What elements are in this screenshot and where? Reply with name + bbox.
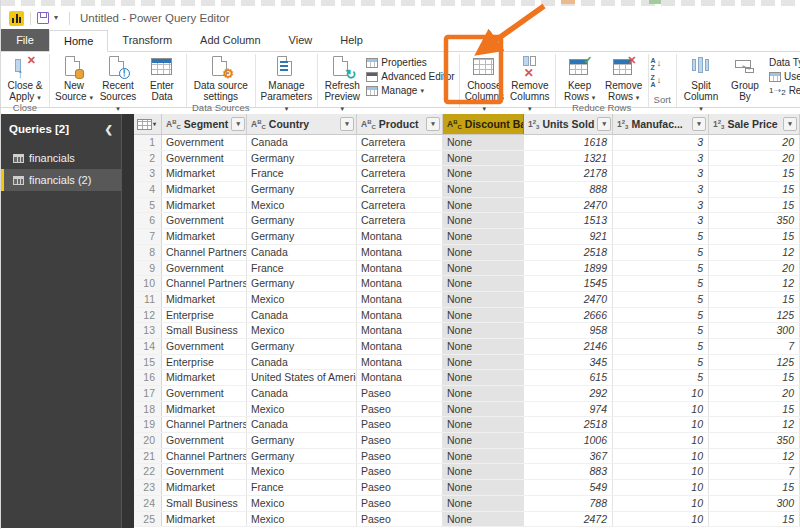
query-item[interactable]: financials (2) xyxy=(1,169,121,191)
cell[interactable]: None xyxy=(443,402,524,417)
cell[interactable]: 7 xyxy=(709,339,800,354)
cell[interactable]: Midmarket xyxy=(162,198,247,213)
cell[interactable]: 1899 xyxy=(524,261,613,276)
cell[interactable]: 125 xyxy=(709,355,800,370)
cell[interactable]: None xyxy=(443,213,524,228)
table-row[interactable]: 19Channel PartnersCanadaPaseoNone2518101… xyxy=(134,417,800,433)
cell[interactable]: 20 xyxy=(709,151,800,166)
table-row[interactable]: 13Small BusinessMexicoMontanaNone9585300 xyxy=(134,323,800,339)
cell[interactable]: 12 xyxy=(709,417,800,432)
cell[interactable]: Montana xyxy=(357,245,443,260)
table-row[interactable]: 1GovernmentCanadaCarreteraNone1618320 xyxy=(134,135,800,151)
cell[interactable]: Midmarket xyxy=(162,480,247,495)
table-row[interactable]: 14GovernmentGermanyMontanaNone214657 xyxy=(134,339,800,355)
cell[interactable]: Montana xyxy=(357,323,443,338)
cell[interactable]: 2518 xyxy=(524,245,613,260)
cell[interactable]: Montana xyxy=(357,355,443,370)
table-row[interactable]: 12EnterpriseCanadaMontanaNone26665125 xyxy=(134,308,800,324)
cell[interactable]: 10 xyxy=(613,433,709,448)
cell[interactable]: France xyxy=(247,166,357,181)
cell[interactable]: Midmarket xyxy=(162,182,247,197)
manage-parameters-button[interactable]: Manage Parameters ▾ xyxy=(258,54,316,114)
table-row[interactable]: 25MidmarketMexicoPaseoNone24721015 xyxy=(134,512,800,528)
cell[interactable]: 974 xyxy=(524,402,613,417)
new-source-button[interactable]: New Source ▾ xyxy=(52,54,96,102)
cell[interactable]: 300 xyxy=(709,496,800,511)
cell[interactable]: 300 xyxy=(709,323,800,338)
cell[interactable]: Mexico xyxy=(247,198,357,213)
cell[interactable]: Canada xyxy=(247,245,357,260)
column-filter-button[interactable]: ▾ xyxy=(426,117,440,131)
manage-button[interactable]: Manage ▾ xyxy=(366,84,454,97)
column-filter-button[interactable]: ▾ xyxy=(692,117,706,131)
cell[interactable]: Carretera xyxy=(357,198,443,213)
cell[interactable]: 549 xyxy=(524,480,613,495)
cell[interactable]: Channel Partners xyxy=(162,417,247,432)
cell[interactable]: Government xyxy=(162,386,247,401)
cell[interactable]: 5 xyxy=(613,370,709,385)
cell[interactable]: 350 xyxy=(709,433,800,448)
cell[interactable]: 10 xyxy=(613,464,709,479)
cell[interactable]: None xyxy=(443,276,524,291)
cell[interactable]: Canada xyxy=(247,135,357,150)
cell[interactable]: 3 xyxy=(613,182,709,197)
refresh-preview-button[interactable]: ↻ Refresh Preview ▾ xyxy=(320,54,364,114)
cell[interactable]: 1513 xyxy=(524,213,613,228)
cell[interactable]: 3 xyxy=(613,198,709,213)
cell[interactable]: None xyxy=(443,480,524,495)
cell[interactable]: 15 xyxy=(709,292,800,307)
cell[interactable]: None xyxy=(443,166,524,181)
cell[interactable]: 3 xyxy=(613,213,709,228)
cell[interactable]: None xyxy=(443,433,524,448)
advanced-editor-button[interactable]: Advanced Editor xyxy=(366,70,454,83)
cell[interactable]: Canada xyxy=(247,417,357,432)
tab-file[interactable]: File xyxy=(1,29,49,51)
cell[interactable]: Germany xyxy=(247,433,357,448)
table-row[interactable]: 16MidmarketUnited States of AmericaMonta… xyxy=(134,370,800,386)
cell[interactable]: 15 xyxy=(709,182,800,197)
cell[interactable]: None xyxy=(443,512,524,527)
cell[interactable]: 5 xyxy=(613,245,709,260)
cell[interactable]: None xyxy=(443,417,524,432)
cell[interactable]: Midmarket xyxy=(162,292,247,307)
cell[interactable]: 5 xyxy=(613,276,709,291)
cell[interactable]: None xyxy=(443,292,524,307)
replace-values-button[interactable]: 1⇢2 Replace Values xyxy=(769,84,800,97)
cell[interactable]: 10 xyxy=(613,496,709,511)
cell[interactable]: 3 xyxy=(613,166,709,181)
cell[interactable]: Montana xyxy=(357,339,443,354)
cell[interactable]: 15 xyxy=(709,198,800,213)
cell[interactable]: 888 xyxy=(524,182,613,197)
sort-descending-button[interactable]: ZA ↓ xyxy=(651,74,662,87)
cell[interactable]: Canada xyxy=(247,355,357,370)
cell[interactable]: None xyxy=(443,229,524,244)
use-first-row-as-headers-button[interactable]: Use First Row as Headers ▾ xyxy=(769,70,800,83)
table-row[interactable]: 11MidmarketMexicoMontanaNone2470515 xyxy=(134,292,800,308)
remove-rows-button[interactable]: ✕ Remove Rows ▾ xyxy=(602,54,646,102)
cell[interactable]: None xyxy=(443,370,524,385)
column-header-product[interactable]: ABCProduct▾ xyxy=(357,114,443,134)
cell[interactable]: 2146 xyxy=(524,339,613,354)
cell[interactable]: Germany xyxy=(247,151,357,166)
cell[interactable]: None xyxy=(443,261,524,276)
cell[interactable]: Carretera xyxy=(357,213,443,228)
cell[interactable]: 1006 xyxy=(524,433,613,448)
cell[interactable]: Paseo xyxy=(357,402,443,417)
table-row[interactable]: 4MidmarketGermanyCarreteraNone888315 xyxy=(134,182,800,198)
cell[interactable]: 125 xyxy=(709,308,800,323)
table-row[interactable]: 22GovernmentMexicoPaseoNone883107 xyxy=(134,464,800,480)
cell[interactable]: Channel Partners xyxy=(162,449,247,464)
cell[interactable]: None xyxy=(443,464,524,479)
sort-ascending-button[interactable]: AZ ↓ xyxy=(651,57,662,70)
cell[interactable]: Germany xyxy=(247,276,357,291)
cell[interactable]: None xyxy=(443,308,524,323)
table-row[interactable]: 2GovernmentGermanyCarreteraNone1321320 xyxy=(134,151,800,167)
cell[interactable]: None xyxy=(443,151,524,166)
column-filter-button[interactable]: ▾ xyxy=(340,117,354,131)
cell[interactable]: 12 xyxy=(709,276,800,291)
table-row[interactable]: 6GovernmentGermanyCarreteraNone15133350 xyxy=(134,213,800,229)
cell[interactable]: Mexico xyxy=(247,292,357,307)
cell[interactable]: Germany xyxy=(247,449,357,464)
data-source-settings-button[interactable]: ⚙ Data source settings xyxy=(189,54,253,102)
cell[interactable]: 5 xyxy=(613,308,709,323)
